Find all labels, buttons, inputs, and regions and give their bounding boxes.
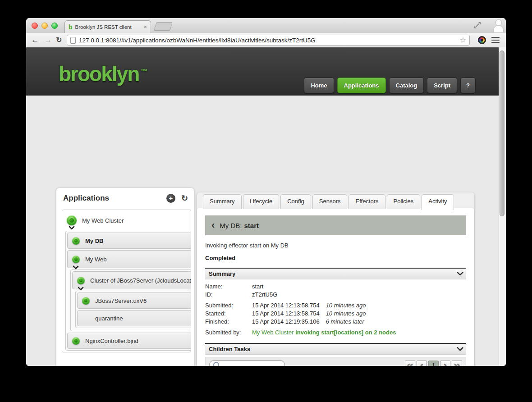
refresh-applications-icon[interactable]: ↻: [181, 194, 188, 202]
collapse-chevron-icon[interactable]: [457, 269, 464, 276]
tree-item-nginxcontroller-bjnd[interactable]: NginxController:bjnd: [67, 333, 191, 349]
tree-item-quarantine[interactable]: quarantine: [77, 310, 191, 326]
pagination-top: << < 1 > >>: [405, 361, 462, 366]
task-entity-label: My DB:: [220, 222, 242, 229]
tab-lifecycle[interactable]: Lifecycle: [243, 194, 280, 209]
detail-tabs: Summary Lifecycle Config Sensors Effecto…: [197, 192, 474, 209]
tab-title: Brooklyn JS REST client: [75, 24, 141, 30]
tab-close-icon[interactable]: ×: [143, 23, 147, 30]
field-label: Name:: [205, 283, 252, 291]
back-chevron-icon[interactable]: ‹: [211, 220, 215, 230]
tree-group-level-2: Cluster of JBoss7Server (JcloudsLocat JB…: [70, 270, 191, 331]
applications-panel-header: Applications + ↻: [56, 188, 194, 209]
tree-group-level-1: My DB My Web Cluster of JBoss7Server (J: [65, 231, 191, 351]
last-page-button[interactable]: >>: [452, 361, 462, 366]
entity-tree: My Web Cluster My DB My Web: [62, 210, 191, 352]
address-bar[interactable]: 127.0.0.1:8081/#v1/applications/ozbWaNnH…: [67, 35, 470, 46]
field-label: Submitted by:: [205, 329, 252, 337]
status-orb-icon: [72, 237, 80, 245]
tab-summary[interactable]: Summary: [203, 194, 242, 209]
next-page-button[interactable]: >: [440, 361, 450, 366]
search-icon: [213, 362, 219, 366]
tree-item-label: NginxController:bjnd: [85, 338, 138, 344]
summary-row-id: ID: zT2rtU5G: [205, 291, 466, 299]
nav-catalog-button[interactable]: Catalog: [389, 78, 424, 93]
field-label: Finished:: [205, 318, 252, 326]
collapse-chevron-icon[interactable]: [457, 344, 464, 352]
extension-icon[interactable]: [478, 36, 486, 44]
profile-avatar-icon[interactable]: [493, 18, 504, 32]
tree-item-cluster-of-jboss7server[interactable]: Cluster of JBoss7Server (JcloudsLocat: [72, 271, 191, 289]
relative-time: 6 minutes later: [326, 318, 364, 326]
task-search-input[interactable]: [209, 360, 285, 366]
tab-effectors[interactable]: Effectors: [349, 194, 385, 209]
page-number-button[interactable]: 1: [428, 361, 439, 366]
status-orb-icon: [77, 277, 85, 284]
tree-item-my-web-cluster[interactable]: My Web Cluster: [62, 210, 191, 231]
entity-detail-panel: Summary Lifecycle Config Sensors Effecto…: [197, 192, 474, 366]
first-page-button[interactable]: <<: [405, 361, 415, 366]
favicon-icon: b: [69, 23, 73, 31]
chevron-down-icon[interactable]: [78, 284, 84, 291]
children-tasks-section-header: Children Tasks: [205, 343, 466, 355]
task-description: Invoking effector start on My DB: [205, 242, 466, 249]
window-close-button[interactable]: [32, 23, 38, 29]
summary-row-started: Started: 15 Apr 2014 12:13:58.754 10 min…: [205, 310, 466, 318]
field-value: 15 Apr 2014 12:19:35.106: [252, 318, 320, 326]
tree-item-my-db[interactable]: My DB: [67, 233, 191, 249]
tab-policies[interactable]: Policies: [387, 194, 421, 209]
vertical-scrollbar[interactable]: [499, 47, 506, 366]
prev-page-button[interactable]: <: [417, 361, 427, 366]
search-field[interactable]: [221, 361, 281, 366]
tab-config[interactable]: Config: [280, 194, 311, 209]
new-tab-button[interactable]: [154, 22, 173, 31]
summary-section-header: Summary: [205, 268, 466, 279]
tab-sensors[interactable]: Sensors: [312, 194, 348, 209]
tree-item-label: Cluster of JBoss7Server (JcloudsLocat: [90, 277, 191, 284]
scrollbar-thumb[interactable]: [500, 50, 504, 216]
fullscreen-icon[interactable]: [474, 22, 481, 28]
app-header: brooklyn™ Home Applications Catalog Scri…: [26, 47, 506, 96]
field-label: Submitted:: [205, 302, 252, 310]
tree-item-label: quarantine: [95, 315, 123, 322]
field-value: 15 Apr 2014 12:13:58.754: [252, 310, 320, 318]
browser-toolbar: ← → ↻ 127.0.0.1:8081/#v1/applications/oz…: [26, 33, 506, 48]
tree-item-jboss7server-uxv6[interactable]: JBoss7Server:uxV6: [77, 292, 191, 309]
traffic-lights: [32, 23, 58, 29]
url-text[interactable]: 127.0.0.1:8081/#v1/applications/ozbWaNnH…: [79, 37, 456, 44]
summary-details: Name: start ID: zT2rtU5G Submitted: 15 A…: [205, 283, 466, 337]
summary-row-submitted-by: Submitted by: My Web Cluster invoking st…: [205, 329, 466, 337]
forward-button[interactable]: →: [44, 35, 52, 45]
trademark: ™: [140, 68, 147, 75]
window-zoom-button[interactable]: [51, 23, 58, 29]
field-value: 15 Apr 2014 12:13:58.754: [252, 302, 320, 310]
tree-item-my-web[interactable]: My Web: [67, 250, 191, 268]
nav-home-button[interactable]: Home: [304, 78, 334, 93]
task-status: Completed: [205, 255, 466, 261]
chevron-down-icon[interactable]: [73, 263, 79, 270]
menu-icon[interactable]: [491, 37, 500, 45]
submitted-by-link[interactable]: My Web Cluster: [252, 329, 294, 337]
reload-button[interactable]: ↻: [56, 35, 62, 45]
activity-content: ‹ My DB: start Invoking effector start o…: [197, 208, 474, 366]
bookmark-star-icon[interactable]: ☆: [460, 37, 466, 44]
back-button[interactable]: ←: [31, 35, 39, 45]
nav-script-button[interactable]: Script: [427, 78, 457, 93]
submitted-by-detail: invoking start[locations] on 2 nodes: [295, 329, 396, 337]
page-background: Applications + ↻ My Web Cluster My DB: [26, 96, 506, 366]
task-header: ‹ My DB: start: [205, 215, 466, 235]
status-orb-icon: [82, 297, 90, 305]
nav-help-button[interactable]: ?: [460, 78, 476, 93]
tree-item-label: My Web: [85, 256, 106, 263]
nav-applications-button[interactable]: Applications: [337, 78, 386, 93]
tab-activity[interactable]: Activity: [422, 194, 454, 210]
summary-section-title: Summary: [209, 270, 235, 277]
tree-item-label: JBoss7Server:uxV6: [95, 297, 147, 304]
desktop-background: b Brooklyn JS REST client × ← → ↻ 127.0.…: [0, 0, 532, 402]
status-orb-icon: [72, 256, 80, 263]
browser-tab[interactable]: b Brooklyn JS REST client ×: [64, 20, 151, 33]
add-application-button[interactable]: +: [166, 194, 175, 203]
applications-title: Applications: [63, 194, 166, 203]
app-nav: Home Applications Catalog Script ?: [304, 78, 476, 93]
window-minimize-button[interactable]: [41, 23, 48, 29]
